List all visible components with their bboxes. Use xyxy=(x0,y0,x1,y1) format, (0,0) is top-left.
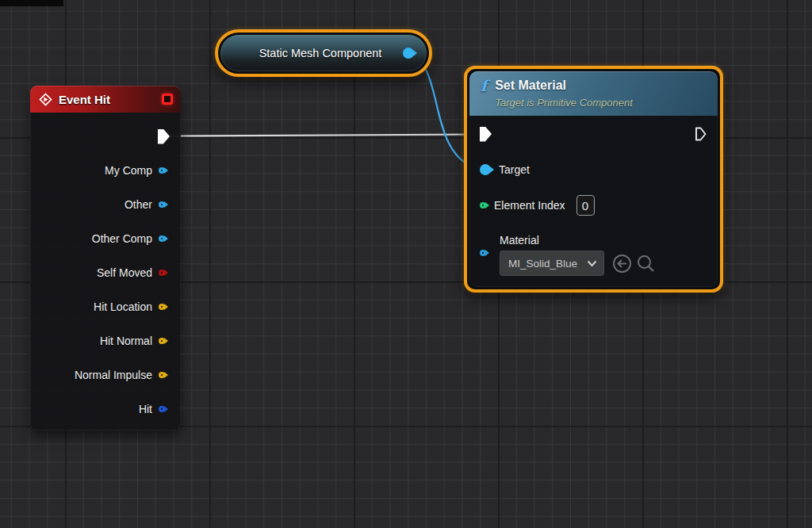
pin-label: Normal Impulse xyxy=(75,369,152,381)
material-asset-dropdown[interactable]: MI_Solid_Blue xyxy=(500,251,604,276)
pin-row-self-moved: Self Moved xyxy=(30,255,181,289)
event-node-header[interactable]: Event Hit xyxy=(30,86,181,113)
function-node-title: Set Material xyxy=(495,77,633,94)
pin-label: Material xyxy=(500,224,718,247)
pin-label: Hit xyxy=(139,403,152,415)
output-pin-other[interactable] xyxy=(159,201,165,208)
element-index-value-input[interactable]: 0 xyxy=(576,195,595,216)
pin-label: My Comp xyxy=(105,164,152,177)
pin-label: Self Moved xyxy=(97,266,152,279)
output-pin-hit[interactable] xyxy=(159,406,165,412)
pin-row-target: Target xyxy=(469,152,718,187)
output-pin-my-comp[interactable] xyxy=(159,167,165,174)
object-output-pin[interactable] xyxy=(403,48,414,59)
node-event-hit[interactable]: Event Hit My Comp Other Other Comp Self … xyxy=(30,86,181,430)
node-static-mesh-component[interactable]: Static Mesh Component xyxy=(215,29,432,77)
node-set-material[interactable]: f Set Material Target is Primitive Compo… xyxy=(464,66,723,293)
function-node-header[interactable]: f Set Material Target is Primitive Compo… xyxy=(469,71,718,116)
output-pin-other-comp[interactable] xyxy=(159,235,165,242)
input-pin-material[interactable] xyxy=(480,250,486,256)
exec-wire xyxy=(170,135,478,136)
pin-row-hit: Hit xyxy=(30,392,181,426)
event-node-body: My Comp Other Other Comp Self Moved Hit … xyxy=(30,113,181,430)
pin-row-hit-location: Hit Location xyxy=(30,289,181,323)
pin-label: Target xyxy=(499,163,530,176)
pin-label: Hit Location xyxy=(94,300,152,313)
event-node-title: Event Hit xyxy=(59,93,110,106)
pin-row-normal-impulse: Normal Impulse xyxy=(30,358,181,392)
variable-title: Static Mesh Component xyxy=(238,47,403,59)
pin-label: Element Index xyxy=(494,199,565,212)
exec-output-pin[interactable] xyxy=(158,129,170,144)
pin-row-hit-normal: Hit Normal xyxy=(30,323,181,358)
output-pin-hit-location[interactable] xyxy=(159,304,165,310)
pin-label: Hit Normal xyxy=(100,335,152,347)
output-pin-hit-normal[interactable] xyxy=(159,338,165,344)
material-asset-name: MI_Solid_Blue xyxy=(508,258,577,270)
input-pin-target[interactable] xyxy=(480,164,491,175)
pin-row-material: Material MI_Solid_Blue xyxy=(469,224,718,282)
pin-row-other: Other xyxy=(30,187,181,221)
chevron-down-icon xyxy=(587,260,597,267)
browse-search-icon[interactable] xyxy=(635,253,657,274)
pin-label: Other Comp xyxy=(92,232,152,245)
use-selected-asset-icon[interactable] xyxy=(611,253,633,274)
pin-row-element-index: Element Index 0 xyxy=(469,187,718,224)
delegate-output-pin[interactable] xyxy=(162,94,173,105)
exec-input-pin[interactable] xyxy=(480,127,492,142)
variable-get-pill[interactable]: Static Mesh Component xyxy=(220,35,427,71)
blueprint-graph-canvas[interactable]: Static Mesh Component Event Hit My Comp xyxy=(0,0,812,528)
event-icon xyxy=(39,93,52,106)
output-pin-self-moved[interactable] xyxy=(159,270,165,276)
window-edge-artifact xyxy=(0,0,63,6)
input-pin-element-index[interactable] xyxy=(480,202,486,209)
function-node-subtitle: Target is Primitive Component xyxy=(495,96,633,110)
pin-row-other-comp: Other Comp xyxy=(30,221,181,255)
exec-output-pin[interactable] xyxy=(694,126,707,142)
function-icon: f xyxy=(481,77,487,94)
pin-label: Other xyxy=(124,198,152,211)
output-pin-normal-impulse[interactable] xyxy=(159,372,165,378)
pin-row-my-comp: My Comp xyxy=(30,153,181,187)
